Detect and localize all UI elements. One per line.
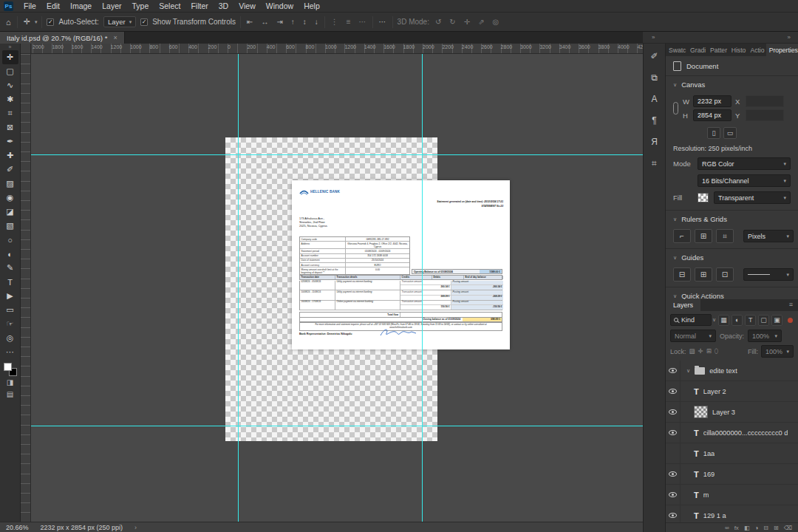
lasso-tool[interactable]: ∿ [2, 78, 18, 92]
layer-thumbnail[interactable] [694, 429, 699, 437]
height-field[interactable]: 2854 px [693, 109, 732, 121]
more-options-icon[interactable]: ⋯ [378, 18, 388, 26]
collapse-toolbar-icon[interactable]: » [9, 44, 12, 50]
menu-item[interactable]: Edit [41, 0, 65, 12]
menu-item[interactable]: View [233, 0, 261, 12]
layer-visibility-toggle[interactable] [666, 361, 681, 381]
move-tool[interactable]: ✛ [2, 50, 18, 64]
panel-tab[interactable]: Gradi [687, 44, 707, 56]
layer-row[interactable]: ∨ Layer 2 [666, 381, 798, 402]
layer-thumbnail[interactable] [694, 406, 708, 418]
menu-item[interactable]: Filter [185, 0, 213, 12]
edit-toolbar[interactable]: ⋯ [2, 345, 18, 359]
vertical-ruler[interactable] [21, 54, 31, 522]
opacity-dropdown[interactable]: 100%▾ [748, 330, 782, 342]
path-selection-tool[interactable]: ▶ [2, 289, 18, 303]
canvas-section-header[interactable]: ∨ Canvas [666, 76, 798, 92]
layer-thumbnail[interactable] [694, 470, 699, 479]
layer-row[interactable]: ∨ m [666, 485, 798, 505]
layer-filter-type-icon[interactable]: ▦ [718, 315, 729, 326]
distribute-icon[interactable]: ≡ [345, 18, 352, 26]
layer-thumbnail[interactable] [694, 387, 699, 396]
bank-statement-document[interactable]: HELLENIC BANK Statement generated on (da… [292, 180, 510, 349]
zoom-tool[interactable]: ◎ [2, 331, 18, 345]
menu-item[interactable]: File [18, 0, 41, 12]
group-expand-caret-icon[interactable]: ∨ [686, 368, 690, 374]
landscape-orientation-button[interactable]: ▭ [723, 127, 737, 139]
object-selection-tool[interactable]: ✱ [2, 92, 18, 106]
horizontal-guide[interactable] [31, 426, 643, 426]
panel-tab[interactable]: Actio [747, 44, 765, 56]
3d-mode-icon[interactable]: ✛ [463, 18, 471, 26]
canvas-viewport[interactable]: HELLENIC BANK Statement generated on (da… [31, 54, 643, 522]
guide-toggle-button[interactable]: ⊡ [716, 267, 734, 282]
pen-tool[interactable]: ✎ [2, 261, 18, 275]
ruler-origin-corner[interactable] [21, 44, 31, 54]
layer-row[interactable]: ∨ 169 [666, 464, 798, 485]
portrait-orientation-button[interactable]: ▯ [707, 127, 720, 139]
chevron-down-icon[interactable]: ∨ [712, 317, 716, 323]
character-panel-icon[interactable]: A [647, 92, 662, 106]
panel-menu-icon[interactable]: ≡ [784, 299, 798, 311]
ruler-toggle-button[interactable]: ⌗ [716, 229, 734, 243]
lock-icon[interactable]: ▨ [689, 347, 695, 355]
close-icon[interactable]: × [113, 34, 117, 41]
rulers-grids-section-header[interactable]: ∨ Rulers & Grids [666, 211, 798, 226]
menu-item[interactable]: Layer [97, 0, 126, 12]
marquee-tool[interactable]: ▢ [2, 64, 18, 78]
layers-action-icon[interactable]: ⌫ [784, 525, 792, 531]
layer-filter-type-icon[interactable]: T [745, 315, 756, 326]
move-tool-preset-icon[interactable]: ✛ [22, 17, 32, 27]
blend-mode-dropdown[interactable]: Normal▾ [670, 330, 716, 342]
foreground-color-swatch[interactable] [4, 363, 12, 371]
color-mode-dropdown[interactable]: RGB Color▾ [698, 157, 791, 170]
layer-row[interactable]: ∨ edite text [666, 361, 798, 381]
layer-visibility-toggle[interactable] [666, 464, 681, 484]
3d-mode-icon[interactable]: ⇗ [477, 18, 485, 26]
frame-tool[interactable]: ⊠ [2, 120, 18, 134]
align-icon[interactable]: ↔ [259, 18, 270, 26]
screen-mode-button[interactable]: ▤ [2, 388, 18, 400]
crop-tool[interactable]: ⌗ [2, 106, 18, 120]
layer-visibility-toggle[interactable] [666, 485, 681, 505]
collapse-panels-icon[interactable]: » [652, 34, 655, 41]
hand-tool[interactable]: ☞ [2, 317, 18, 331]
align-icon[interactable]: ↑ [290, 18, 296, 26]
layer-row[interactable]: ∨ 129 1 a [666, 505, 798, 522]
dodge-tool[interactable]: ◐ [2, 247, 18, 261]
layer-thumbnail[interactable] [695, 367, 705, 375]
panel-tab[interactable]: Properties [766, 44, 798, 56]
width-field[interactable]: 2232 px [693, 95, 732, 107]
layer-filter-search[interactable]: Kind [670, 314, 712, 326]
canvas-fill-dropdown[interactable]: Transparent▾ [714, 191, 791, 204]
layer-thumbnail[interactable] [694, 511, 699, 520]
layers-action-icon[interactable]: ◑ [754, 525, 758, 531]
collapse-panels-icon[interactable]: » [788, 34, 791, 41]
layer-filter-type-icon[interactable]: ◐ [732, 315, 743, 326]
vertical-guide[interactable] [238, 54, 239, 522]
layer-filter-type-icon[interactable]: ▣ [771, 315, 782, 326]
status-options-icon[interactable]: › [134, 524, 137, 531]
guide-style-dropdown[interactable]: ▾ [743, 268, 794, 281]
paragraph-panel-icon[interactable]: ¶ [647, 114, 662, 127]
layer-visibility-toggle[interactable] [666, 443, 681, 463]
align-icon[interactable]: ↕ [301, 18, 308, 26]
panel-tab[interactable]: Histo [729, 44, 748, 56]
history-brush-tool[interactable]: ◉ [2, 191, 18, 205]
layer-thumbnail[interactable] [694, 449, 699, 458]
layers-tab[interactable]: Layers [666, 299, 700, 311]
document-tab[interactable]: Italy id.psd @ 20.7% (RGB/16) * × [0, 32, 125, 44]
link-dimensions-icon[interactable] [673, 102, 678, 115]
align-icon[interactable]: ↓ [313, 18, 320, 26]
menu-item[interactable]: 3D [214, 0, 233, 12]
blur-tool[interactable]: ○ [2, 233, 18, 247]
filter-toggle-icon[interactable] [788, 318, 793, 323]
align-icon[interactable]: ⇤ [245, 18, 254, 26]
3d-mode-icon[interactable]: ↻ [448, 18, 457, 26]
menu-item[interactable]: Type [126, 0, 154, 12]
ruler-toggle-button[interactable]: ⌐ [673, 229, 691, 243]
guides-section-header[interactable]: ∨ Guides [666, 249, 798, 265]
brush-tool[interactable]: ✐ [2, 163, 18, 177]
color-swatches[interactable] [4, 363, 17, 376]
align-icon[interactable]: ⇥ [275, 18, 284, 26]
